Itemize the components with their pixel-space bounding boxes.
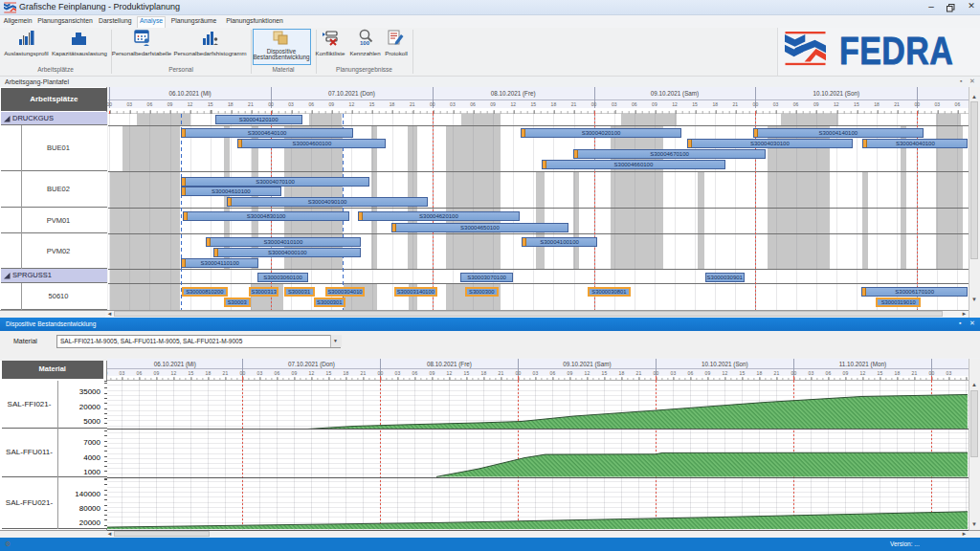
svg-text:100: 100: [360, 40, 370, 46]
